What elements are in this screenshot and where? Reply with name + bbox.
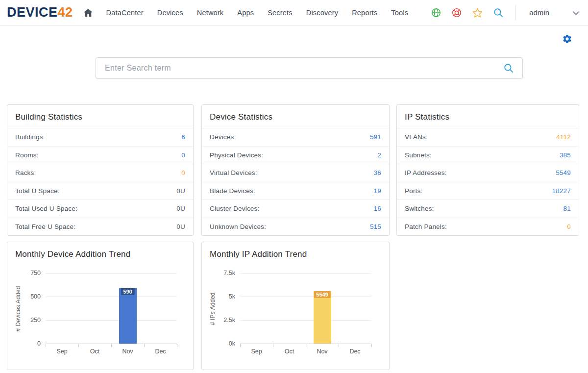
gridline <box>240 297 371 297</box>
monthly-device-trend-card: Monthly Device Addition Trend # Devices … <box>7 242 194 370</box>
stat-value: 0U <box>176 205 185 212</box>
search-icon <box>493 8 503 18</box>
support-button[interactable] <box>452 8 462 18</box>
stat-value[interactable]: 385 <box>560 151 571 159</box>
stat-value[interactable]: 2 <box>377 151 381 159</box>
x-axis-tick <box>177 344 177 347</box>
stat-label: Ports: <box>405 187 422 195</box>
stat-row-racks: Racks: 0 <box>7 164 193 182</box>
y-tick-label: 500 <box>30 293 41 300</box>
stat-label: Devices: <box>210 133 236 141</box>
stat-row-ports: Ports: 18227 <box>397 182 579 200</box>
stat-label: Total U Space: <box>15 187 60 195</box>
bar-value-label: 5549 <box>314 291 330 298</box>
stat-value[interactable]: 4112 <box>556 133 571 141</box>
gear-icon <box>562 34 572 44</box>
stat-label: Total Free U Space: <box>15 223 75 230</box>
stat-value[interactable]: 591 <box>370 133 381 141</box>
stat-value[interactable]: 16 <box>374 205 381 212</box>
x-category-label: Oct <box>285 348 294 355</box>
chart-bar[interactable] <box>314 291 331 344</box>
y-tick-label: 7.5k <box>223 270 235 276</box>
home-button[interactable] <box>84 9 93 17</box>
stat-label: Rooms: <box>15 151 39 159</box>
stat-value[interactable]: 515 <box>370 223 381 230</box>
gridline <box>240 273 371 274</box>
home-icon <box>84 9 93 17</box>
nav-item-devices[interactable]: Devices <box>157 9 183 17</box>
y-tick-label: 2.5k <box>223 317 235 323</box>
lifebuoy-icon <box>452 8 462 18</box>
stat-row-physical-devices: Physical Devices: 2 <box>202 146 389 164</box>
stat-row-unknown-devices: Unknown Devices: 515 <box>202 218 389 236</box>
stat-label: Subnets: <box>405 151 432 159</box>
device-trend-plot: 7505002500SepOctNov590Dec <box>46 273 177 344</box>
y-tick-label: 5k <box>229 293 235 300</box>
x-axis-tick <box>339 344 339 347</box>
stat-value[interactable]: 0 <box>181 169 185 176</box>
y-tick-label: 750 <box>30 270 41 276</box>
globe-icon <box>431 8 441 18</box>
stat-row-cluster-devices: Cluster Devices: 16 <box>202 199 389 218</box>
stat-value: 0U <box>176 223 185 230</box>
x-category-label: Sep <box>56 348 67 355</box>
stat-row-total-u-space: Total U Space: 0U <box>7 182 193 200</box>
x-axis-tick <box>144 344 145 347</box>
stat-value[interactable]: 5549 <box>556 169 571 176</box>
globe-button[interactable] <box>431 8 441 18</box>
stat-label: Switches: <box>405 205 434 212</box>
ip-statistics-card: IP Statistics VLANs: 4112 Subnets: 385 I… <box>396 104 579 236</box>
search-submit-button[interactable] <box>504 63 514 73</box>
stat-row-blade-devices: Blade Devices: 19 <box>202 182 389 200</box>
stat-value[interactable]: 6 <box>181 133 185 141</box>
stat-label: Virtual Devices: <box>210 169 257 176</box>
card-title: Device Statistics <box>202 105 389 128</box>
stat-value[interactable]: 18227 <box>552 187 571 195</box>
stat-row-ip-addresses: IP Addresses: 5549 <box>397 164 579 182</box>
dashboard-settings-button[interactable] <box>562 34 572 46</box>
nav-item-discovery[interactable]: Discovery <box>306 9 338 17</box>
brand-logo[interactable]: DEVICE42 <box>7 5 73 20</box>
stat-label: Total Used U Space: <box>15 205 77 212</box>
y-tick-label: 0k <box>229 340 235 347</box>
stat-value[interactable]: 81 <box>564 205 571 212</box>
stat-value[interactable]: 0 <box>567 223 571 230</box>
stat-value: 0U <box>176 187 185 195</box>
search-input[interactable] <box>96 64 504 73</box>
chart-title: Monthly Device Addition Trend <box>7 242 193 265</box>
favorites-button[interactable] <box>472 8 483 18</box>
stat-value[interactable]: 19 <box>374 187 381 195</box>
nav-item-apps[interactable]: Apps <box>237 9 254 17</box>
x-axis-tick <box>306 344 306 347</box>
nav-item-secrets[interactable]: Secrets <box>268 9 293 17</box>
nav-item-network[interactable]: Network <box>197 9 224 17</box>
stat-row-patch-panels: Patch Panels: 0 <box>397 218 579 236</box>
gridline <box>46 320 177 321</box>
y-tick-label: 250 <box>30 317 41 323</box>
x-axis-tick <box>371 344 372 347</box>
stat-label: Blade Devices: <box>210 187 255 195</box>
stat-label: Physical Devices: <box>210 151 263 159</box>
y-tick-label: 0 <box>37 340 41 347</box>
x-axis-tick <box>240 344 241 347</box>
star-icon <box>472 8 483 18</box>
x-axis-tick <box>46 344 46 347</box>
stat-row-devices: Devices: 591 <box>202 128 389 146</box>
nav-item-tools[interactable]: Tools <box>391 9 408 17</box>
user-menu[interactable]: admin <box>529 8 549 17</box>
stat-row-total-free-u-space: Total Free U Space: 0U <box>7 218 193 236</box>
stat-value[interactable]: 36 <box>374 169 381 176</box>
x-category-label: Nov <box>317 348 327 355</box>
chevron-down-icon <box>573 11 579 15</box>
user-menu-caret[interactable] <box>573 8 579 17</box>
navbar-search-button[interactable] <box>493 8 503 18</box>
nav-item-datacenter[interactable]: DataCenter <box>106 9 144 17</box>
chart-bar[interactable] <box>119 288 137 344</box>
stat-value[interactable]: 0 <box>181 151 185 159</box>
x-category-label: Sep <box>251 348 262 355</box>
card-title: IP Statistics <box>397 105 579 128</box>
x-category-label: Oct <box>90 348 99 355</box>
nav-item-reports[interactable]: Reports <box>352 9 377 17</box>
monthly-ip-trend-card: Monthly IP Addition Trend # IPs Added 7.… <box>201 242 390 370</box>
x-axis-tick <box>78 344 79 347</box>
